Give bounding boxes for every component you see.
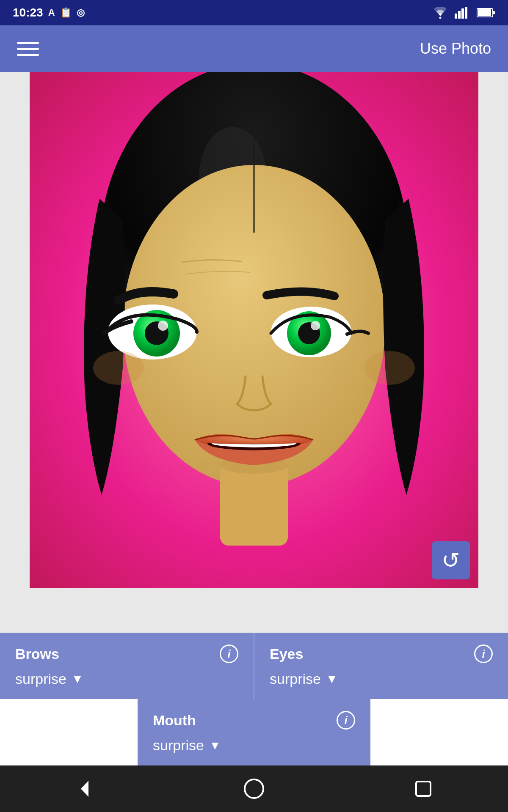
time-display: 10:23 — [13, 6, 43, 19]
brows-label: Brows — [15, 646, 59, 662]
eyes-header: Eyes i — [270, 645, 493, 663]
face-svg — [30, 72, 478, 588]
status-bar: 10:23 A 📋 ◎ — [0, 0, 508, 25]
eyes-panel: Eyes i surprise ▼ — [254, 633, 508, 699]
home-icon — [243, 777, 265, 800]
mouth-dropdown[interactable]: surprise ▼ — [153, 737, 355, 754]
eyes-info-button[interactable]: i — [474, 645, 493, 663]
mouth-value: surprise — [153, 737, 204, 754]
brows-header: Brows i — [15, 645, 238, 663]
status-left: 10:23 A 📋 ◎ — [13, 6, 85, 19]
brows-info-button[interactable]: i — [220, 645, 238, 663]
svg-point-0 — [439, 17, 442, 19]
hamburger-line-2 — [17, 48, 39, 50]
nav-bar — [0, 765, 508, 812]
svg-rect-1 — [455, 14, 457, 19]
mouth-panel: Mouth i surprise ▼ — [138, 699, 370, 765]
refresh-icon: ↺ — [442, 548, 460, 573]
hamburger-line-1 — [17, 42, 39, 44]
back-button[interactable] — [73, 777, 96, 800]
home-button[interactable] — [243, 777, 265, 800]
svg-point-17 — [158, 321, 168, 331]
brows-dropdown[interactable]: surprise ▼ — [15, 671, 238, 687]
menu-button[interactable] — [17, 42, 39, 56]
face-canvas: ↺ — [30, 72, 478, 588]
status-right — [433, 7, 495, 19]
eyes-label: Eyes — [270, 646, 303, 662]
eyes-dropdown[interactable]: surprise ▼ — [270, 671, 493, 687]
app-bar: Use Photo — [0, 25, 508, 72]
svg-rect-7 — [493, 11, 495, 14]
recents-button[interactable] — [412, 777, 435, 800]
refresh-button[interactable]: ↺ — [432, 541, 470, 579]
mouth-header: Mouth i — [153, 711, 355, 730]
vpn-icon: ◎ — [77, 7, 85, 18]
eyes-value: surprise — [270, 671, 321, 687]
brows-dropdown-arrow: ▼ — [72, 672, 83, 686]
svg-rect-26 — [416, 782, 431, 796]
mouth-row: Mouth i surprise ▼ — [0, 699, 508, 765]
eyes-dropdown-arrow: ▼ — [326, 672, 338, 686]
mouth-label: Mouth — [153, 712, 196, 729]
svg-rect-6 — [478, 9, 491, 16]
svg-point-23 — [364, 351, 415, 385]
svg-point-22 — [93, 351, 144, 385]
svg-marker-24 — [81, 781, 88, 797]
mouth-info-button[interactable]: i — [337, 711, 355, 730]
svg-rect-4 — [465, 7, 467, 19]
app-icon-a: A — [48, 7, 55, 18]
mouth-dropdown-arrow: ▼ — [209, 739, 221, 752]
brows-value: surprise — [15, 671, 66, 687]
hamburger-line-3 — [17, 54, 39, 56]
brows-panel: Brows i surprise ▼ — [0, 633, 254, 699]
notification-icon: 📋 — [60, 7, 72, 18]
bottom-controls: Brows i surprise ▼ Eyes i surprise ▼ Mou… — [0, 633, 508, 765]
brows-eyes-row: Brows i surprise ▼ Eyes i surprise ▼ — [0, 633, 508, 699]
svg-point-21 — [311, 321, 320, 330]
svg-rect-3 — [461, 8, 464, 19]
recents-icon — [412, 777, 435, 800]
use-photo-button[interactable]: Use Photo — [420, 40, 491, 58]
canvas-area: ↺ — [0, 72, 508, 633]
wifi-icon — [433, 7, 448, 19]
svg-rect-2 — [458, 11, 461, 19]
battery-icon — [477, 8, 495, 18]
svg-point-25 — [245, 779, 263, 798]
signal-icon — [455, 7, 470, 19]
back-icon — [73, 777, 96, 800]
